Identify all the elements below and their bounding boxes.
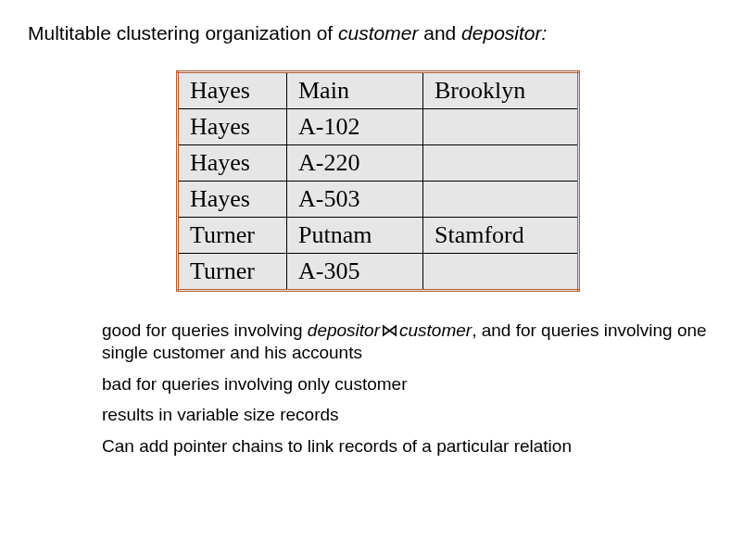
page: Multitable clustering organization of cu… [0,0,756,485]
table-row: Hayes Main Brooklyn [178,72,579,109]
notes-list: good for queries involving depositor⋈cus… [102,320,710,458]
heading-text-mid: and [418,22,461,44]
cell-name: Hayes [178,109,287,145]
heading-text-prefix: Multitable clustering organization of [28,22,338,44]
table-container: Hayes Main Brooklyn Hayes A-102 Hayes A-… [28,70,728,292]
table-row: Hayes A-503 [178,182,579,218]
note-italic-depositor: depositor [308,320,380,340]
cell-value: A-220 [287,145,423,182]
note-italic-customer: customer [399,320,472,340]
table-row: Hayes A-220 [178,145,579,182]
cell-city [423,254,579,291]
note-item: good for queries involving depositor⋈cus… [102,320,710,364]
natural-join-icon: ⋈ [380,320,399,342]
cell-value: Putnam [287,218,423,254]
cell-city: Brooklyn [423,72,579,109]
cell-city: Stamford [423,218,579,254]
cell-name: Hayes [178,72,287,109]
heading-italic-customer: customer [338,22,418,44]
note-item: results in variable size records [102,404,710,426]
table-row: Turner Putnam Stamford [178,218,579,254]
table-row: Hayes A-102 [178,109,579,145]
cell-value: A-503 [287,182,423,218]
note-item: bad for queries involving only customer [102,373,710,395]
cell-city [423,109,579,145]
cluster-table: Hayes Main Brooklyn Hayes A-102 Hayes A-… [176,70,580,292]
table-row: Turner A-305 [178,254,579,291]
cell-value: A-102 [287,109,423,145]
note-item: Can add pointer chains to link records o… [102,435,710,458]
cell-name: Turner [178,218,287,254]
heading-italic-depositor: depositor: [461,22,547,44]
page-title: Multitable clustering organization of cu… [28,22,728,44]
cell-name: Turner [178,254,287,291]
cell-city [423,182,579,218]
cell-value: Main [287,72,423,109]
note-text: good for queries involving [102,320,308,340]
cell-name: Hayes [178,182,287,218]
cell-value: A-305 [287,254,423,291]
cell-name: Hayes [178,145,287,182]
cell-city [423,145,579,182]
